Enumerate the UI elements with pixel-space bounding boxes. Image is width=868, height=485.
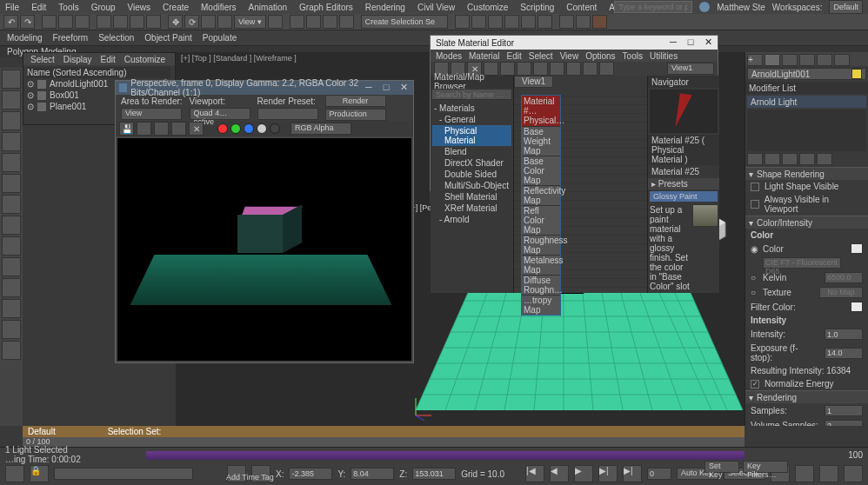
- current-frame-input[interactable]: [647, 468, 671, 480]
- slate-close-button[interactable]: ✕: [700, 36, 716, 48]
- slate-menu-tools[interactable]: Tools: [623, 51, 643, 61]
- modifier-list-dropdown[interactable]: Modifier List: [745, 82, 868, 94]
- user-icon[interactable]: [699, 2, 710, 12]
- lt-a2[interactable]: [2, 299, 21, 318]
- show-end-button[interactable]: [765, 153, 780, 165]
- lt-geom[interactable]: [2, 132, 21, 151]
- light-shape-visible-checkbox[interactable]: [751, 183, 759, 191]
- normalize-checkbox[interactable]: ✓: [751, 380, 759, 389]
- menu-content[interactable]: Content: [566, 3, 597, 12]
- z-input[interactable]: [412, 468, 456, 480]
- default-layer-label[interactable]: Default: [28, 427, 56, 436]
- ribbon-freeform[interactable]: Freeform: [53, 33, 89, 43]
- rf-titlebar[interactable]: Perspective, frame 0, Display Gamma: 2.2…: [116, 81, 413, 95]
- menu-graph-editors[interactable]: Graph Editors: [299, 3, 353, 12]
- tree-double-sided[interactable]: Double Sided: [432, 169, 511, 180]
- ribbon-selection[interactable]: Selection: [98, 33, 134, 43]
- rf-clear-button[interactable]: ✕: [189, 122, 204, 136]
- rf-area-dropdown[interactable]: View: [121, 108, 182, 120]
- channel-mono-toggle[interactable]: [270, 123, 280, 134]
- lt-a3[interactable]: [2, 320, 21, 339]
- select-rect-button[interactable]: [130, 15, 144, 29]
- slate-showmap-button[interactable]: [599, 62, 614, 76]
- window-crossing-button[interactable]: [146, 15, 161, 29]
- create-selection-dropdown[interactable]: Create Selection Se: [361, 15, 448, 29]
- set-key-button[interactable]: Set Key: [704, 461, 739, 473]
- rotate-button[interactable]: ⟳: [184, 15, 199, 29]
- channel-alpha-toggle[interactable]: [257, 123, 267, 134]
- ribbon-populate[interactable]: Populate: [203, 33, 237, 43]
- rf-close-button[interactable]: ✕: [396, 81, 411, 93]
- lt-light[interactable]: [2, 174, 21, 193]
- pan-button[interactable]: [844, 465, 863, 482]
- rf-copy-button[interactable]: [137, 122, 151, 136]
- prev-frame-button[interactable]: ◀: [550, 465, 569, 482]
- slate-back-button[interactable]: [550, 62, 564, 76]
- scale-button[interactable]: [201, 15, 216, 29]
- tree-materials-group[interactable]: - Materials: [432, 103, 511, 114]
- lt-a4[interactable]: [2, 341, 21, 360]
- select-button[interactable]: [97, 15, 111, 29]
- configure-button[interactable]: [817, 153, 832, 165]
- snap-toggle[interactable]: [290, 15, 304, 29]
- zoom-all-button[interactable]: [795, 465, 814, 482]
- render-button[interactable]: Render: [325, 95, 386, 107]
- curve-editor-button[interactable]: [504, 15, 519, 29]
- presets-header[interactable]: ▸ Presets: [648, 178, 719, 189]
- se-edit[interactable]: Edit: [101, 55, 116, 64]
- slate-fwd-button[interactable]: [566, 62, 581, 76]
- rf-save-button[interactable]: 💾: [119, 122, 134, 136]
- channel-blue-toggle[interactable]: [244, 123, 254, 134]
- slate-menu-modes[interactable]: Modes: [436, 51, 462, 61]
- goto-end-button[interactable]: ▶|: [623, 465, 642, 482]
- frame-spinner[interactable]: 100: [848, 450, 863, 460]
- fov-button[interactable]: [819, 465, 838, 482]
- create-tab[interactable]: +: [747, 54, 763, 66]
- pivot-button[interactable]: [268, 15, 283, 29]
- rf-print-button[interactable]: [171, 122, 186, 136]
- rf-maximize-button[interactable]: □: [378, 81, 394, 93]
- remove-mod-button[interactable]: [799, 153, 815, 165]
- tree-xref[interactable]: XRef Material: [432, 203, 511, 214]
- lt-a1[interactable]: [2, 278, 21, 297]
- angle-snap-toggle[interactable]: [306, 15, 321, 29]
- mirror-button[interactable]: [455, 15, 470, 29]
- slate-node-view[interactable]: View1 Material #…Physical… Base Weight M…: [514, 76, 648, 293]
- tree-physical-material[interactable]: Physical Material: [432, 125, 511, 146]
- menu-edit[interactable]: Edit: [31, 3, 46, 12]
- ribbon-modeling[interactable]: Modeling: [7, 33, 43, 43]
- workspace-dropdown[interactable]: Default: [829, 0, 863, 14]
- schematic-button[interactable]: [521, 15, 536, 29]
- tree-directx[interactable]: DirectX Shader: [432, 157, 511, 169]
- utilities-tab[interactable]: [834, 54, 850, 66]
- volume-samples-input[interactable]: [825, 420, 863, 426]
- exposure-input[interactable]: [825, 348, 863, 359]
- display-tab[interactable]: [817, 54, 832, 66]
- x-input[interactable]: [289, 468, 332, 480]
- menu-group[interactable]: Group: [91, 3, 116, 12]
- intensity-input[interactable]: [825, 329, 863, 340]
- ribbon-object-paint[interactable]: Object Paint: [144, 33, 191, 43]
- vp-top-label[interactable]: [+] [Top ] [Standard ] [Wireframe ]: [181, 54, 297, 63]
- channel-green-toggle[interactable]: [230, 123, 241, 134]
- lt-select[interactable]: [2, 70, 21, 89]
- slate-menu-utilities[interactable]: Utilities: [650, 51, 678, 61]
- se-select[interactable]: Select: [30, 55, 55, 64]
- color-swatch[interactable]: [851, 243, 863, 254]
- rf-viewport-dropdown[interactable]: Quad 4…ective: [190, 108, 250, 120]
- next-frame-button[interactable]: ▶|: [598, 465, 618, 482]
- menu-file[interactable]: File: [5, 3, 19, 12]
- slate-menu-material[interactable]: Material: [469, 51, 500, 61]
- shape-rollout-header[interactable]: ▾ Shape Rendering: [745, 168, 868, 180]
- unique-button[interactable]: [782, 153, 798, 165]
- render-frame-button[interactable]: [576, 15, 591, 29]
- lt-paint[interactable]: [2, 111, 21, 130]
- object-color-swatch[interactable]: [851, 69, 862, 79]
- ref-coord-dropdown[interactable]: View ▾: [234, 15, 266, 29]
- select-name-button[interactable]: [113, 15, 128, 29]
- browser-search-input[interactable]: [431, 89, 512, 100]
- time-slider[interactable]: 0 / 100: [23, 437, 744, 447]
- motion-tab[interactable]: [799, 54, 815, 66]
- color-preset-dropdown[interactable]: CIE F7 - Fluorescent D65: [763, 257, 841, 269]
- help-search-input[interactable]: [614, 1, 692, 13]
